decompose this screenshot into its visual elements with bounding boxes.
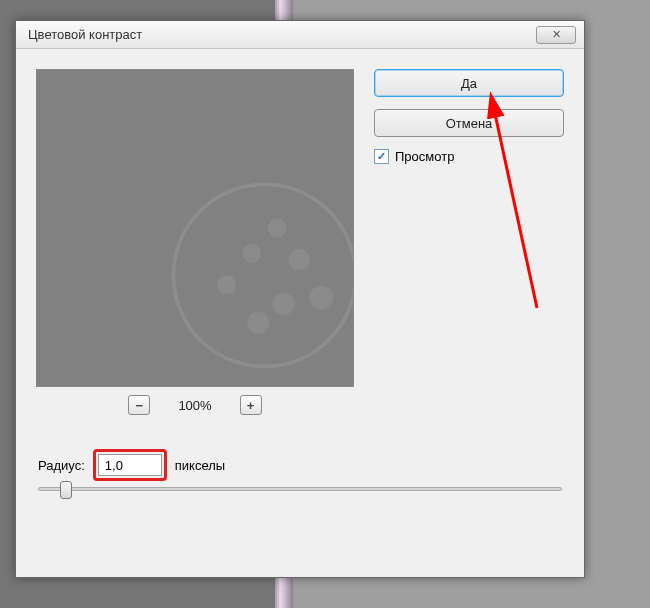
dialog-titlebar[interactable]: Цветовой контраст ✕ [16,21,584,49]
checkmark-icon: ✓ [377,150,386,163]
close-button[interactable]: ✕ [536,26,576,44]
dialog-title: Цветовой контраст [28,27,536,42]
zoom-controls: − 100% + [36,395,354,415]
preview-checkbox-label: Просмотр [395,149,454,164]
preview-checkbox-row: ✓ Просмотр [374,149,568,164]
radius-slider[interactable] [38,487,562,491]
cancel-button[interactable]: Отмена [374,109,564,137]
preview-checkbox[interactable]: ✓ [374,149,389,164]
high-pass-dialog: Цветовой контраст ✕ − 100% + Да Отмена [15,20,585,578]
plus-icon: + [247,398,255,413]
zoom-in-button[interactable]: + [240,395,262,415]
radius-label: Радиус: [38,458,85,473]
ok-button[interactable]: Да [374,69,564,97]
filter-preview[interactable] [36,69,354,387]
close-icon: ✕ [552,28,561,41]
zoom-level: 100% [178,398,211,413]
radius-input-highlight [93,449,167,481]
cancel-button-label: Отмена [446,116,493,131]
slider-thumb[interactable] [60,481,72,499]
radius-row: Радиус: пикселы [38,449,225,481]
minus-icon: − [136,398,144,413]
zoom-out-button[interactable]: − [128,395,150,415]
preview-image [37,70,353,386]
radius-unit: пикселы [175,458,225,473]
slider-track [38,487,562,491]
radius-input[interactable] [98,454,162,476]
ok-button-label: Да [461,76,477,91]
dialog-body: − 100% + Да Отмена ✓ Просмотр Радиус: [16,49,584,577]
dialog-buttons-column: Да Отмена ✓ Просмотр [374,69,568,164]
